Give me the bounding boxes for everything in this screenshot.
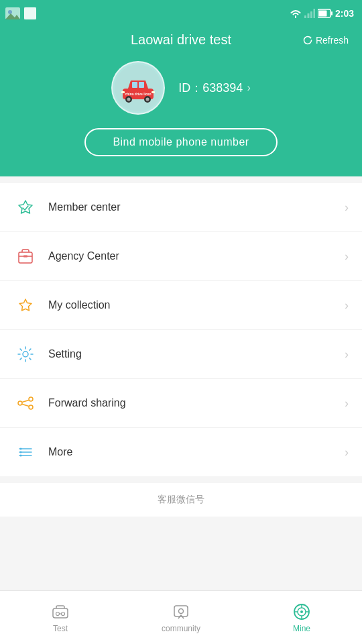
menu-item-setting[interactable]: Setting › <box>0 330 362 379</box>
my-collection-icon <box>13 293 38 317</box>
signal-icon <box>304 9 315 18</box>
user-info[interactable]: ID：638394 › <box>178 80 250 96</box>
forward-sharing-icon <box>13 391 38 415</box>
setting-chevron: › <box>345 347 349 362</box>
forward-sharing-chevron: › <box>345 396 349 411</box>
member-center-icon <box>13 195 38 219</box>
page-title: Laowai drive test <box>131 32 231 48</box>
battery-icon <box>318 9 333 18</box>
menu-item-member-center[interactable]: Member center › <box>0 183 362 232</box>
svg-point-39 <box>56 612 60 615</box>
user-chevron-icon: › <box>247 82 250 94</box>
setting-icon <box>13 342 38 366</box>
svg-point-37 <box>20 455 22 457</box>
svg-point-36 <box>20 451 22 453</box>
square-icon <box>24 7 36 19</box>
menu-item-my-collection[interactable]: My collection › <box>0 281 362 330</box>
menu-list: Member center › Agency Center › My colle… <box>0 183 362 476</box>
svg-rect-5 <box>307 13 309 18</box>
svg-point-27 <box>29 397 33 401</box>
bottom-nav: Test community Mine <box>0 590 362 644</box>
svg-point-29 <box>29 405 33 409</box>
more-label: More <box>48 446 345 458</box>
nav-item-test[interactable]: Test <box>0 602 121 633</box>
mine-nav-icon <box>292 602 311 621</box>
svg-point-26 <box>23 352 28 357</box>
menu-item-more[interactable]: More › <box>0 428 362 476</box>
svg-point-43 <box>179 608 184 613</box>
svg-line-31 <box>22 405 29 407</box>
nav-item-mine[interactable]: Mine <box>241 602 362 633</box>
status-bar: 2:03 <box>0 0 362 27</box>
svg-rect-6 <box>310 11 312 18</box>
menu-item-agency-center[interactable]: Agency Center › <box>0 232 362 281</box>
svg-point-46 <box>300 610 303 613</box>
agency-center-label: Agency Center <box>48 250 345 262</box>
header-top: Laowai drive test Refresh <box>13 32 349 48</box>
forward-sharing-label: Forward sharing <box>48 397 345 409</box>
svg-rect-20 <box>121 91 125 93</box>
svg-point-40 <box>62 612 65 615</box>
more-chevron: › <box>345 445 349 460</box>
svg-rect-4 <box>304 15 306 18</box>
customer-service: 客服微信号 <box>0 483 362 517</box>
svg-rect-25 <box>23 255 27 258</box>
svg-point-1 <box>8 10 12 14</box>
agency-center-chevron: › <box>345 250 349 264</box>
community-nav-label: community <box>162 624 200 633</box>
svg-line-30 <box>22 400 29 402</box>
customer-service-label: 客服微信号 <box>158 494 204 504</box>
svg-rect-21 <box>152 91 155 93</box>
svg-point-35 <box>20 448 22 450</box>
svg-rect-10 <box>331 11 333 15</box>
user-id: ID：638394 <box>178 80 243 96</box>
status-bar-left <box>5 7 36 19</box>
svg-rect-3 <box>24 7 36 19</box>
member-center-label: Member center <box>48 201 345 213</box>
svg-rect-15 <box>139 82 144 88</box>
avatar: china drive licen <box>111 61 165 115</box>
bind-phone-button[interactable]: Bind mobile phone number <box>84 128 277 156</box>
svg-rect-9 <box>318 11 326 17</box>
member-center-chevron: › <box>345 201 349 215</box>
refresh-icon <box>302 35 313 46</box>
refresh-button[interactable]: Refresh <box>302 35 349 46</box>
mine-nav-label: Mine <box>293 624 310 633</box>
svg-point-28 <box>18 401 22 405</box>
header: Laowai drive test Refresh <box>0 27 362 176</box>
wifi-icon <box>290 9 302 18</box>
svg-rect-14 <box>132 82 137 88</box>
svg-rect-7 <box>313 9 315 18</box>
svg-point-19 <box>146 98 149 101</box>
setting-label: Setting <box>48 348 345 360</box>
svg-text:china drive licen: china drive licen <box>125 92 152 96</box>
profile-section: china drive licen ID：638394 › <box>111 61 250 115</box>
test-nav-label: Test <box>53 624 68 633</box>
my-collection-label: My collection <box>48 299 345 311</box>
svg-rect-38 <box>53 608 68 618</box>
refresh-label: Refresh <box>316 35 349 46</box>
agency-center-icon <box>13 244 38 268</box>
my-collection-chevron: › <box>345 299 349 313</box>
status-bar-right: 2:03 <box>290 8 354 19</box>
more-icon <box>13 440 38 464</box>
test-nav-icon <box>51 602 70 621</box>
svg-marker-11 <box>310 36 312 38</box>
svg-point-17 <box>127 98 131 101</box>
menu-item-forward-sharing[interactable]: Forward sharing › <box>0 379 362 428</box>
avatar-image: china drive licen <box>115 64 162 111</box>
nav-item-community[interactable]: community <box>121 602 241 633</box>
community-nav-icon <box>172 602 190 621</box>
time-display: 2:03 <box>335 8 354 19</box>
image-icon <box>5 7 20 19</box>
